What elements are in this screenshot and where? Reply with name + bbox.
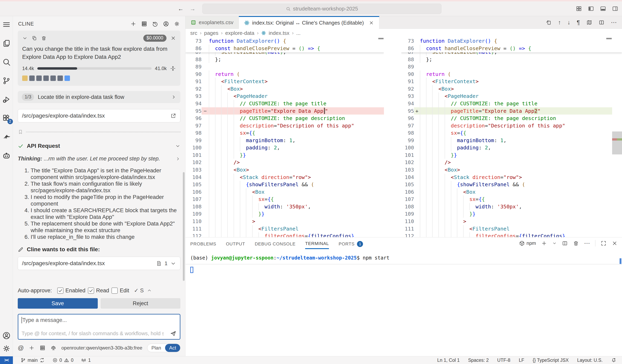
code-line[interactable]: 111 <FiltersPanel: [185, 225, 384, 233]
code-line[interactable]: 88 };: [401, 56, 612, 63]
status-item[interactable]: Ln 1, Col 1: [437, 358, 460, 363]
code-line[interactable]: 99 marginBottom: 1,: [401, 137, 612, 144]
breadcrumb-item[interactable]: pages: [204, 30, 218, 36]
panel-tab-problems[interactable]: PROBLEMS: [190, 238, 216, 249]
sidebar-item-run-debug[interactable]: [2, 95, 11, 104]
panel-more-icon[interactable]: ⋯: [584, 240, 590, 247]
terminal[interactable]: (base) jovyan@jupyter-sspoon:~/strudelte…: [185, 250, 622, 273]
code-line[interactable]: 97 description="Description of this app": [401, 122, 612, 129]
code-line[interactable]: 94 // CUSTOMIZE: the page title: [401, 100, 612, 107]
sidebar-item-extensions[interactable]: 2: [2, 113, 11, 123]
settings-button[interactable]: [2, 344, 11, 353]
code-line[interactable]: 110 >: [185, 218, 384, 225]
code-line[interactable]: 103 <Box>: [401, 166, 612, 174]
branch-status[interactable]: main: [20, 358, 45, 363]
code-line[interactable]: 95+ pageTitle="Explore Data App2": [401, 107, 612, 115]
code-line[interactable]: 103 <Box>: [185, 166, 384, 174]
chevron-up-icon[interactable]: [147, 288, 152, 293]
chevron-down-icon[interactable]: [170, 260, 176, 266]
sidebar-item-explorer[interactable]: [2, 38, 11, 48]
status-item[interactable]: LF: [519, 358, 524, 363]
checkbox-unchecked[interactable]: [112, 288, 118, 294]
file-read-row[interactable]: /src/pages/explore-data/index.tsx: [18, 109, 180, 122]
history-icon[interactable]: [152, 21, 158, 27]
checkpoint-divider[interactable]: [18, 129, 180, 135]
code-line[interactable]: 102 />: [185, 159, 384, 166]
new-task-icon[interactable]: [130, 21, 136, 27]
code-line[interactable]: 86 const handleClosePreview = () => {: [401, 45, 612, 52]
breadcrumb-item[interactable]: ...: [296, 30, 301, 36]
status-item[interactable]: UTF-8: [497, 358, 510, 363]
chat-scroll-area[interactable]: $0.0000 Can you change the title in the …: [13, 28, 185, 286]
breadcrumb-item[interactable]: explore-data: [225, 30, 254, 36]
toggle-secondary-sidebar-icon[interactable]: [612, 5, 618, 12]
overview-ruler-thumb[interactable]: [612, 131, 622, 154]
sticky-scroll[interactable]: 73function DataExplorer() {86 const hand…: [185, 37, 384, 52]
toggle-sidebar-icon[interactable]: [588, 5, 594, 12]
code-line[interactable]: 95− pageTitle="Explore Data App": [185, 107, 384, 115]
auto-approve-row[interactable]: Auto-approve: EnabledReadEdit ✓ S: [18, 287, 180, 294]
kill-terminal-icon[interactable]: [573, 240, 579, 246]
toggle-panel-icon[interactable]: [600, 5, 606, 12]
auto-approve-option-enabled[interactable]: Enabled: [57, 288, 85, 294]
scrollbar-indicator[interactable]: [378, 38, 384, 39]
auto-approve-option-read[interactable]: Read: [88, 288, 109, 294]
file-edit-row[interactable]: /src/pages/explore-data/index.tsx 1: [18, 257, 180, 270]
code-line[interactable]: 93 <PageHeader: [185, 92, 384, 100]
sidebar-scrollbar[interactable]: [183, 172, 185, 281]
account-icon[interactable]: [163, 21, 169, 27]
trash-icon[interactable]: [41, 36, 47, 41]
close-task-icon[interactable]: [171, 36, 176, 41]
model-selector[interactable]: openrouter:qwen/qwen3-30b-a3b:free: [61, 345, 142, 351]
close-panel-icon[interactable]: [612, 240, 618, 246]
mcp-servers-icon[interactable]: [141, 21, 147, 27]
collapse-task-icon[interactable]: [22, 36, 28, 41]
code-line[interactable]: 89: [401, 63, 612, 71]
split-editor-icon[interactable]: [599, 19, 604, 25]
code-line[interactable]: 100 padding: 2,: [185, 144, 384, 151]
panel-tab-output[interactable]: OUTPUT: [226, 238, 245, 249]
tab-exoplanets-csv[interactable]: exoplanets.csv: [185, 16, 239, 29]
panel-tab-debug-console[interactable]: DEBUG CONSOLE: [255, 238, 295, 249]
code-line[interactable]: 73function DataExplorer() {: [185, 37, 384, 45]
code-line[interactable]: 99 marginBottom: 1,: [185, 137, 384, 144]
back-button[interactable]: ←: [178, 5, 184, 12]
status-item[interactable]: Layout: U.S.: [577, 358, 603, 363]
panel-tab-terminal[interactable]: TERMINAL: [305, 238, 329, 249]
code-line[interactable]: 73function DataExplorer() {: [401, 37, 612, 45]
plan-mode-button[interactable]: Plan: [147, 344, 165, 352]
new-terminal-icon[interactable]: [541, 240, 547, 246]
menu-button[interactable]: [2, 20, 11, 29]
code-line[interactable]: 101 }}: [401, 151, 612, 159]
split-terminal-icon[interactable]: [562, 240, 568, 246]
save-button[interactable]: Save: [18, 298, 98, 309]
map-icon[interactable]: [586, 19, 592, 25]
problems-status[interactable]: 0 0: [52, 358, 74, 363]
previous-change-icon[interactable]: ↑: [558, 19, 561, 26]
bell-icon[interactable]: [611, 358, 616, 363]
open-changes-icon[interactable]: [546, 19, 551, 25]
code-line[interactable]: 98 sx={{: [185, 129, 384, 137]
scrollbar-indicator[interactable]: [606, 38, 612, 39]
code-line[interactable]: 112 filterConfigs={filterConfigs}: [185, 232, 384, 237]
code-line[interactable]: 104 <Stack direction="row">: [401, 174, 612, 181]
command-center-search[interactable]: strudelteam-workshop-2025: [202, 4, 441, 14]
code-line[interactable]: 106 <Box: [401, 188, 612, 196]
code-line[interactable]: 93 <PageHeader: [401, 92, 612, 100]
code-line[interactable]: 105 {showFiltersPanel && (: [401, 181, 612, 188]
code-line[interactable]: 109 }}: [185, 210, 384, 218]
checkbox-checked[interactable]: [57, 288, 63, 294]
code-line[interactable]: 90 return (: [401, 71, 612, 78]
sidebar-item-cline[interactable]: [2, 151, 11, 161]
code-line[interactable]: 90 return (: [185, 71, 384, 78]
sidebar-item-kangaroo-extension[interactable]: [2, 132, 11, 142]
terminal-scrollbar[interactable]: [620, 258, 622, 264]
code-line[interactable]: 96 // CUSTOMIZE: the page description: [401, 115, 612, 122]
code-line[interactable]: 104 <Stack direction="row">: [185, 174, 384, 181]
code-line[interactable]: 102 />: [401, 159, 612, 166]
external-link-icon[interactable]: [170, 113, 176, 119]
compact-context-icon[interactable]: [170, 65, 176, 72]
code-line[interactable]: 96 // CUSTOMIZE: the page description: [185, 115, 384, 122]
auto-approve-option-edit[interactable]: Edit: [112, 288, 129, 294]
copy-icon[interactable]: [32, 36, 37, 41]
